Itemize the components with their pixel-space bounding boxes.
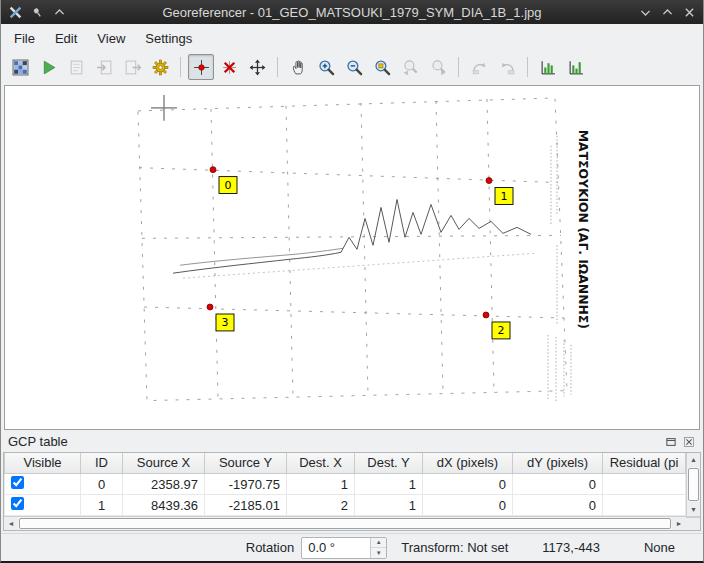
gcp-label-text: 0 — [225, 179, 232, 192]
menu-edit[interactable]: Edit — [46, 27, 86, 50]
georeferencer-toolbar — [1, 52, 703, 82]
link-qgis-to-georeferencer-button — [494, 54, 520, 80]
shade-icon[interactable] — [51, 4, 67, 20]
raster-map-image: ΜΑΤΣΟΥΚΙΟΝ (ΑΓ. ΙΩΑΝΝΗΣ) 0 1 2 3 — [5, 86, 699, 429]
link-georeferencer-to-qgis-icon — [471, 59, 488, 76]
zoom-out-button[interactable] — [341, 54, 367, 80]
cell-id: 1 — [81, 495, 123, 516]
visible-checkbox[interactable] — [11, 476, 24, 489]
georeferencer-canvas[interactable]: ΜΑΤΣΟΥΚΙΟΝ (ΑΓ. ΙΩΑΝΝΗΣ) 0 1 2 3 — [4, 85, 700, 430]
rotation-spinbox[interactable]: ▲ ▼ — [301, 537, 387, 559]
vertical-scrollbar[interactable]: ▲ ▼ — [686, 453, 700, 517]
toolbar-separator — [277, 57, 278, 77]
gcp-marker[interactable]: 3 — [207, 304, 234, 331]
scrollbar-corner — [686, 517, 700, 530]
gcp-table-frame: Visible ID Source X Source Y Dest. X Des… — [3, 452, 701, 532]
pan-button[interactable] — [285, 54, 311, 80]
cell-source-y[interactable]: -1970.75 — [205, 474, 287, 495]
full-histogram-stretch-button[interactable] — [535, 54, 561, 80]
map-grid — [138, 98, 567, 401]
rotation-label: Rotation — [246, 540, 294, 555]
menu-file[interactable]: File — [5, 27, 44, 50]
close-panel-icon[interactable] — [681, 434, 696, 449]
minimize-icon[interactable] — [637, 4, 653, 20]
add-point-button[interactable] — [188, 54, 214, 80]
cell-dy: 0 — [513, 474, 603, 495]
gcp-point-icon — [483, 312, 489, 318]
gcp-table-row[interactable]: 1 8439.36 -2185.01 2 1 0 0 — [5, 495, 686, 516]
cell-dest-x[interactable]: 1 — [287, 474, 355, 495]
spin-up-icon[interactable]: ▲ — [371, 538, 386, 548]
column-header-dest-x[interactable]: Dest. X — [287, 453, 355, 474]
save-gcp-points-icon — [124, 59, 141, 76]
horizontal-scrollbar[interactable]: ◄ ► — [4, 517, 686, 530]
start-georeferencing-button[interactable] — [35, 54, 61, 80]
scroll-down-icon[interactable]: ▼ — [687, 502, 700, 516]
titlebar[interactable]: Georeferencer - 01_GEO_MATSOUKI_1979_SYM… — [1, 0, 703, 24]
gcp-table-row[interactable]: 0 2358.97 -1970.75 1 1 0 0 — [5, 474, 686, 495]
local-histogram-stretch-button[interactable] — [563, 54, 589, 80]
zoom-next-icon — [430, 59, 447, 76]
float-panel-icon[interactable] — [663, 434, 678, 449]
column-header-dest-y[interactable]: Dest. Y — [355, 453, 423, 474]
cell-id: 0 — [81, 474, 123, 495]
menu-view[interactable]: View — [88, 27, 134, 50]
horizontal-scroll-thumb[interactable] — [19, 518, 671, 529]
zoom-out-icon — [346, 59, 363, 76]
visible-checkbox[interactable] — [11, 497, 24, 510]
cell-dest-y[interactable]: 1 — [355, 474, 423, 495]
cell-dest-x[interactable]: 2 — [287, 495, 355, 516]
spin-down-icon[interactable]: ▼ — [371, 547, 386, 558]
cell-source-y[interactable]: -2185.01 — [205, 495, 287, 516]
transformation-settings-button[interactable] — [147, 54, 173, 80]
scroll-right-icon[interactable]: ► — [672, 517, 686, 530]
column-header-residual[interactable]: Residual (pi — [603, 453, 686, 474]
toolbar-separator — [458, 57, 459, 77]
load-gcp-points-button — [91, 54, 117, 80]
move-point-button[interactable] — [244, 54, 270, 80]
scroll-up-icon[interactable]: ▲ — [687, 453, 700, 467]
menubar: File Edit View Settings — [1, 24, 703, 52]
cell-dx: 0 — [423, 495, 513, 516]
generate-gdal-script-icon — [68, 59, 85, 76]
save-gcp-points-button — [119, 54, 145, 80]
app-icon — [7, 4, 23, 20]
cell-source-x[interactable]: 8439.36 — [123, 495, 205, 516]
scroll-left-icon[interactable]: ◄ — [4, 517, 18, 530]
column-header-source-y[interactable]: Source Y — [205, 453, 287, 474]
column-header-source-x[interactable]: Source X — [123, 453, 205, 474]
link-georeferencer-to-qgis-button — [466, 54, 492, 80]
close-icon[interactable] — [681, 4, 697, 20]
map-title-vertical: ΜΑΤΣΟΥΚΙΟΝ (ΑΓ. ΙΩΑΝΝΗΣ) — [576, 130, 591, 329]
add-point-icon — [193, 59, 210, 76]
window-title: Georeferencer - 01_GEO_MATSOUKI_1979_SYM… — [73, 5, 631, 20]
open-raster-button[interactable] — [7, 54, 33, 80]
column-header-dy[interactable]: dY (pixels) — [513, 453, 603, 474]
vertical-scroll-thumb[interactable] — [688, 468, 699, 502]
open-raster-icon — [12, 59, 29, 76]
zoom-in-button[interactable] — [313, 54, 339, 80]
cell-dest-y[interactable]: 1 — [355, 495, 423, 516]
gcp-marker[interactable]: 1 — [486, 178, 513, 205]
zoom-to-layer-icon — [374, 59, 391, 76]
toolbar-separator — [527, 57, 528, 77]
menu-settings[interactable]: Settings — [136, 27, 201, 50]
gcp-label-text: 2 — [498, 324, 505, 337]
column-header-dx[interactable]: dX (pixels) — [423, 453, 513, 474]
cell-source-x[interactable]: 2358.97 — [123, 474, 205, 495]
column-header-visible[interactable]: Visible — [5, 453, 81, 474]
cell-residual — [603, 495, 686, 516]
crosshair-cursor — [151, 95, 177, 121]
delete-point-button[interactable] — [216, 54, 242, 80]
pin-icon[interactable] — [29, 4, 45, 20]
rotation-input[interactable] — [302, 538, 370, 558]
crs-status: None — [644, 540, 675, 555]
maximize-icon[interactable] — [659, 4, 675, 20]
gcp-marker[interactable]: 0 — [210, 167, 237, 194]
column-header-id[interactable]: ID — [81, 453, 123, 474]
transform-status: Transform: Not set — [401, 540, 508, 555]
zoom-to-layer-button[interactable] — [369, 54, 395, 80]
move-point-icon — [249, 59, 266, 76]
generate-gdal-script-button — [63, 54, 89, 80]
local-histogram-stretch-icon — [568, 59, 585, 76]
